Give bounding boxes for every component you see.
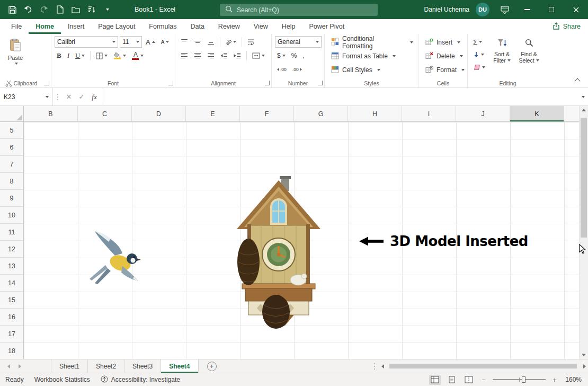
- page-break-preview-icon[interactable]: [463, 375, 475, 385]
- row-header-9[interactable]: 9: [0, 190, 23, 207]
- conditional-formatting-button[interactable]: Conditional Formatting: [328, 36, 416, 49]
- accessibility-status[interactable]: Accessibility: Investigate: [95, 375, 185, 384]
- find-select-button[interactable]: Find & Select: [516, 36, 541, 77]
- row-header-5[interactable]: 5: [0, 122, 23, 139]
- align-left-icon[interactable]: [179, 50, 190, 62]
- scroll-down-icon[interactable]: [582, 354, 586, 356]
- italic-button[interactable]: I: [65, 50, 72, 62]
- cell-styles-button[interactable]: Cell Styles: [328, 64, 416, 76]
- hscroll-right-icon[interactable]: [583, 364, 586, 369]
- ribbon-display-options-icon[interactable]: [498, 3, 512, 16]
- zoom-out-icon[interactable]: −: [480, 376, 487, 384]
- row-header-11[interactable]: 11: [0, 224, 23, 241]
- sheet-tab-sheet4-active[interactable]: Sheet4: [161, 359, 198, 373]
- font-family-select[interactable]: Calibri: [55, 36, 118, 48]
- select-all-corner[interactable]: [0, 106, 24, 122]
- zoom-slider[interactable]: [493, 379, 546, 380]
- font-size-select[interactable]: 11: [120, 36, 142, 48]
- ribbon-tab-data[interactable]: Data: [183, 19, 211, 34]
- minimize-button[interactable]: [515, 0, 539, 19]
- ribbon-tab-formulas[interactable]: Formulas: [142, 19, 183, 34]
- sheet-tab-sheet3[interactable]: Sheet3: [124, 359, 161, 373]
- ribbon-tab-file[interactable]: File: [4, 19, 29, 34]
- share-button[interactable]: Share: [553, 19, 581, 34]
- paste-button[interactable]: Paste: [3, 36, 28, 77]
- spreadsheet-grid[interactable]: B C D E F G H I J K 5 6 7 8 9 10 11 12 1…: [0, 106, 588, 359]
- shrink-font-button[interactable]: A: [159, 36, 172, 48]
- flying-bird-3d-model[interactable]: [87, 228, 154, 287]
- percent-style-icon[interactable]: %: [289, 50, 299, 62]
- decrease-indent-icon[interactable]: [218, 50, 230, 62]
- formula-input[interactable]: [103, 88, 576, 106]
- increase-indent-icon[interactable]: [231, 50, 243, 62]
- wrap-text-icon[interactable]: [245, 36, 257, 48]
- horizontal-scrollbar[interactable]: [370, 359, 586, 373]
- horizontal-scrollbar-thumb[interactable]: [389, 364, 577, 369]
- row-header-13[interactable]: 13: [0, 258, 23, 275]
- collapse-ribbon-icon[interactable]: [574, 78, 580, 84]
- increase-decimal-icon[interactable]: .00: [275, 64, 289, 75]
- row-header-10[interactable]: 10: [0, 207, 23, 224]
- ribbon-tab-insert[interactable]: Insert: [61, 19, 91, 34]
- sheetbar-splitter[interactable]: [374, 366, 375, 367]
- format-cells-button[interactable]: Format: [422, 64, 465, 76]
- qat-customize-chevron-icon[interactable]: [101, 3, 114, 16]
- redo-icon[interactable]: [37, 3, 51, 16]
- column-header-h[interactable]: H: [348, 106, 402, 121]
- cancel-icon[interactable]: ✕: [63, 88, 75, 106]
- column-header-g[interactable]: G: [294, 106, 348, 121]
- new-workbook-icon[interactable]: [53, 3, 67, 16]
- insert-function-icon[interactable]: fx: [88, 88, 101, 106]
- user-name[interactable]: Daniel Uchenna: [424, 6, 469, 13]
- number-dialog-launcher-icon[interactable]: [318, 81, 323, 85]
- autosum-button[interactable]: Σ: [471, 36, 487, 48]
- font-color-icon[interactable]: A: [130, 50, 146, 62]
- comma-style-icon[interactable]: ,: [300, 50, 306, 62]
- zoom-level[interactable]: 160%: [564, 376, 582, 383]
- insert-cells-button[interactable]: Insert: [422, 36, 465, 49]
- open-file-icon[interactable]: [69, 3, 83, 16]
- close-button[interactable]: [564, 0, 588, 19]
- format-as-table-button[interactable]: Format as Table: [328, 50, 416, 63]
- ribbon-tab-page-layout[interactable]: Page Layout: [91, 19, 142, 34]
- center-icon[interactable]: [192, 50, 203, 62]
- normal-view-icon[interactable]: [429, 375, 441, 385]
- search-input[interactable]: [237, 6, 359, 14]
- sheet-tab-sheet1[interactable]: Sheet1: [51, 359, 88, 373]
- column-header-partial[interactable]: [564, 106, 579, 121]
- row-header-17[interactable]: 17: [0, 326, 23, 343]
- orientation-icon[interactable]: ab: [224, 36, 238, 48]
- number-format-select[interactable]: General: [275, 36, 322, 48]
- maximize-button[interactable]: [539, 0, 564, 19]
- bold-button[interactable]: B: [55, 50, 64, 62]
- user-avatar[interactable]: DU: [476, 3, 489, 16]
- enter-icon[interactable]: ✓: [75, 88, 88, 106]
- cuckoo-clock-3d-model[interactable]: [230, 175, 327, 330]
- decrease-decimal-icon[interactable]: .00: [290, 64, 304, 75]
- row-header-18[interactable]: 18: [0, 343, 23, 359]
- paste-dropdown-icon[interactable]: [15, 63, 18, 65]
- undo-icon[interactable]: [21, 3, 35, 16]
- search-box[interactable]: [220, 4, 378, 16]
- ribbon-tab-help[interactable]: Help: [275, 19, 302, 34]
- row-header-8[interactable]: 8: [0, 173, 23, 190]
- column-header-i[interactable]: I: [402, 106, 456, 121]
- zoom-slider-thumb[interactable]: [522, 376, 525, 383]
- row-header-14[interactable]: 14: [0, 275, 23, 292]
- sheet-nav-prev-icon[interactable]: [7, 364, 10, 369]
- ribbon-tab-review[interactable]: Review: [211, 19, 247, 34]
- accounting-format-icon[interactable]: $: [275, 50, 288, 62]
- column-header-f[interactable]: F: [240, 106, 294, 121]
- sort-filter-button[interactable]: Sort & Filter: [489, 36, 514, 77]
- sheet-nav-next-icon[interactable]: [19, 364, 21, 369]
- vertical-scrollbar-thumb[interactable]: [581, 118, 587, 238]
- underline-button[interactable]: U: [73, 50, 87, 62]
- save-icon[interactable]: [5, 3, 19, 16]
- top-align-icon[interactable]: [179, 36, 190, 48]
- ribbon-tab-home[interactable]: Home: [29, 19, 61, 34]
- row-header-15[interactable]: 15: [0, 292, 23, 309]
- row-header-7[interactable]: 7: [0, 156, 23, 173]
- formula-bar-drag-handle[interactable]: [57, 96, 58, 98]
- font-dialog-launcher-icon[interactable]: [168, 81, 173, 85]
- fill-color-icon[interactable]: [111, 50, 128, 62]
